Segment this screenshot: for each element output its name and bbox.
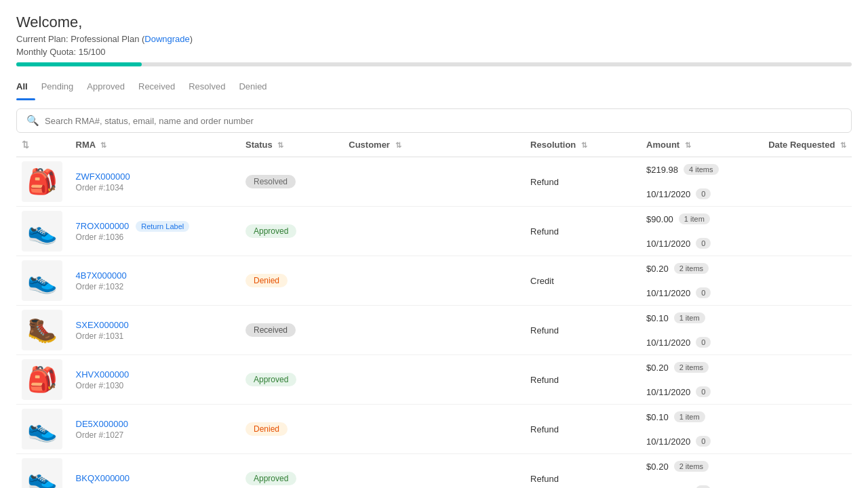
table-row[interactable]: 🎒 ZWFX000000 Order #:1034 Resolved Refun…	[16, 157, 852, 207]
table-row[interactable]: 🎒 XHVX000000 Order #:1030 Approved Refun…	[16, 355, 852, 405]
table-row[interactable]: 👟 BKQX000000 Approved Refund $0.20 2 ite…	[16, 454, 852, 489]
order-number: Order #:1027	[76, 430, 235, 440]
customer-sort-icon[interactable]: ⇅	[395, 141, 401, 149]
tab-approved[interactable]: Approved	[87, 77, 125, 96]
date-cell: 10/11/2020 0	[641, 429, 763, 453]
rma-link[interactable]: SXEX000000	[76, 320, 129, 330]
status-badge: Received	[245, 323, 296, 337]
rma-cell: SXEX000000 Order #:1031	[71, 306, 240, 355]
order-number: Order #:1036	[76, 232, 235, 242]
tab-received[interactable]: Received	[138, 77, 175, 96]
amount-cell: $0.20 2 items	[641, 454, 763, 479]
col-resolution[interactable]: Resolution ⇅	[525, 133, 641, 157]
status-cell: Received	[240, 306, 343, 355]
amount-cell: $0.20 2 items	[641, 355, 763, 380]
status-badge: Approved	[245, 472, 296, 485]
date-sort-icon[interactable]: ⇅	[840, 141, 846, 149]
rma-cell: 4B7X000000 Order #:1032	[71, 256, 240, 306]
resolution-cell: Refund	[525, 157, 641, 207]
order-number: Order #:1030	[76, 381, 235, 390]
customer-cell	[343, 405, 525, 454]
tab-pending[interactable]: Pending	[41, 77, 74, 96]
amount-value: $219.98	[646, 165, 678, 175]
resolution-cell: Refund	[525, 405, 641, 454]
customer-cell	[343, 207, 525, 256]
items-badge: 1 item	[674, 411, 705, 422]
date-value: 10/11/2020	[646, 189, 690, 199]
date-value: 10/11/2020	[646, 239, 690, 249]
date-cell: 10/11/2020 0	[641, 380, 763, 404]
status-sort-icon[interactable]: ⇅	[277, 141, 283, 149]
welcome-heading: Welcome,	[16, 14, 852, 31]
sort-icon: ⇅	[22, 140, 29, 150]
table-body: 🎒 ZWFX000000 Order #:1034 Resolved Refun…	[16, 157, 852, 489]
rma-sort-icon[interactable]: ⇅	[100, 141, 106, 149]
quota-label: Monthly Quota: 15/100	[16, 47, 852, 57]
rma-link[interactable]: BKQX000000	[76, 473, 130, 483]
customer-cell	[343, 355, 525, 405]
tab-active-indicator	[16, 98, 35, 100]
product-image: 👟	[22, 260, 62, 301]
return-label-badge: Return Label	[136, 221, 189, 232]
count-badge: 0	[696, 485, 711, 488]
tab-resolved[interactable]: Resolved	[189, 77, 225, 96]
resolution-cell: Refund	[525, 306, 641, 355]
amount-value: $0.10	[646, 412, 669, 422]
items-badge: 1 item	[674, 312, 705, 323]
product-image: 🥾	[22, 310, 62, 350]
status-badge: Resolved	[245, 175, 296, 188]
count-badge: 0	[696, 188, 711, 199]
search-input[interactable]	[45, 116, 842, 126]
col-customer[interactable]: Customer ⇅	[343, 133, 525, 157]
rma-link[interactable]: DE5X000000	[76, 419, 128, 429]
product-image-cell: 🥾	[16, 306, 71, 355]
resolution-cell: Refund	[525, 355, 641, 405]
rma-link[interactable]: XHVX000000	[76, 369, 130, 380]
table-row[interactable]: 👟 4B7X000000 Order #:1032 Denied Credit …	[16, 256, 852, 306]
rma-cell: DE5X000000 Order #:1027	[71, 405, 240, 454]
rma-link[interactable]: 7ROX000000	[76, 221, 130, 231]
status-cell: Approved	[240, 207, 343, 256]
customer-cell	[343, 454, 525, 489]
rma-cell: BKQX000000	[71, 454, 240, 489]
date-value: 10/11/2020	[646, 288, 690, 298]
order-number: Order #:1032	[76, 282, 235, 291]
items-badge: 2 items	[674, 362, 709, 373]
count-badge: 0	[696, 436, 711, 447]
table-row[interactable]: 🥾 SXEX000000 Order #:1031 Received Refun…	[16, 306, 852, 355]
product-image: 🎒	[22, 161, 62, 202]
rma-table: ⇅ RMA ⇅ Status ⇅ Customer ⇅ Resolution ⇅…	[16, 133, 852, 488]
product-image: 👟	[22, 458, 62, 488]
col-image: ⇅	[16, 133, 71, 157]
downgrade-link[interactable]: Downgrade	[144, 34, 190, 44]
rma-link[interactable]: ZWFX000000	[76, 171, 130, 182]
rma-cell: 7ROX000000 Return Label Order #:1036	[71, 207, 240, 256]
date-value: 10/11/2020	[646, 338, 690, 348]
product-image-cell: 🎒	[16, 157, 71, 207]
order-number: Order #:1031	[76, 331, 235, 341]
table-row[interactable]: 👟 DE5X000000 Order #:1027 Denied Refund …	[16, 405, 852, 454]
col-rma[interactable]: RMA ⇅	[71, 133, 240, 157]
col-date[interactable]: Date Requested ⇅	[763, 133, 852, 157]
search-bar: 🔍	[16, 108, 852, 133]
status-cell: Resolved	[240, 157, 343, 207]
progress-bar-fill	[16, 62, 142, 66]
amount-cell: $0.20 2 items	[641, 256, 763, 281]
date-cell: 10/11/2020 0	[641, 330, 763, 354]
amount-value: $90.00	[646, 214, 673, 224]
col-status[interactable]: Status ⇅	[240, 133, 343, 157]
col-amount[interactable]: Amount ⇅	[641, 133, 763, 157]
customer-cell	[343, 306, 525, 355]
tab-all[interactable]: All	[16, 77, 28, 96]
amount-sort-icon[interactable]: ⇅	[685, 141, 691, 149]
rma-link[interactable]: 4B7X000000	[76, 270, 127, 281]
search-icon: 🔍	[26, 115, 39, 127]
amount-value: $0.20	[646, 462, 669, 472]
status-cell: Approved	[240, 454, 343, 489]
date-cell: 10/11/2020 0	[641, 281, 763, 305]
table-row[interactable]: 👟 7ROX000000 Return Label Order #:1036 A…	[16, 207, 852, 256]
resolution-sort-icon[interactable]: ⇅	[581, 141, 587, 149]
amount-cell: $0.10 1 item	[641, 306, 763, 330]
tab-denied[interactable]: Denied	[239, 77, 267, 96]
items-badge: 4 items	[684, 164, 718, 175]
